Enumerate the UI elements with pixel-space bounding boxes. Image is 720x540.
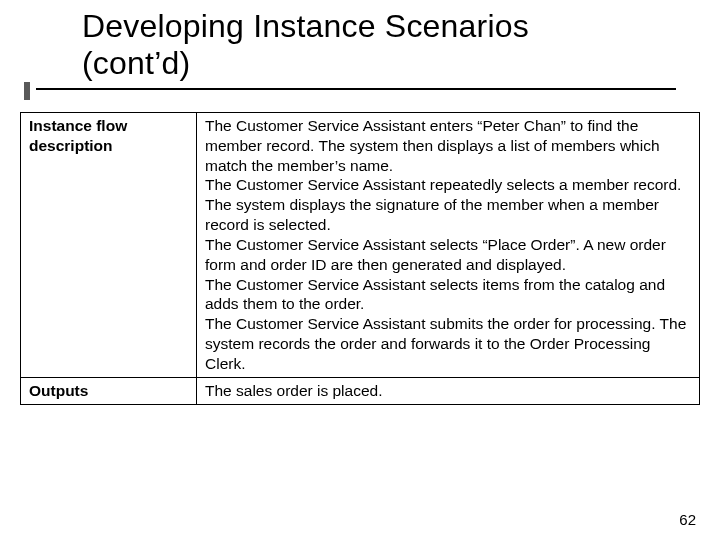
title-line-2: (cont’d) [82, 45, 720, 82]
row-label-line: Instance flow [29, 116, 188, 136]
row-label: Instance flow description [21, 113, 197, 378]
body-paragraph: The Customer Service Assistant submits t… [205, 314, 691, 373]
row-body: The sales order is placed. [197, 377, 700, 404]
body-paragraph: The Customer Service Assistant selects “… [205, 235, 691, 275]
row-label: Outputs [21, 377, 197, 404]
page-number: 62 [679, 511, 696, 528]
table-row: Outputs The sales order is placed. [21, 377, 700, 404]
title-underline [36, 88, 676, 90]
slide-title: Developing Instance Scenarios (cont’d) [0, 0, 720, 82]
row-label-line: description [29, 136, 188, 156]
table-row: Instance flow description The Customer S… [21, 113, 700, 378]
row-label-line: Outputs [29, 381, 188, 401]
body-paragraph: The Customer Service Assistant repeatedl… [205, 175, 691, 234]
row-body: The Customer Service Assistant enters “P… [197, 113, 700, 378]
bullet-icon [24, 82, 30, 100]
body-paragraph: The Customer Service Assistant selects i… [205, 275, 691, 315]
title-line-1: Developing Instance Scenarios [82, 8, 720, 45]
scenario-table: Instance flow description The Customer S… [20, 112, 700, 405]
body-paragraph: The sales order is placed. [205, 381, 691, 401]
body-paragraph: The Customer Service Assistant enters “P… [205, 116, 691, 175]
